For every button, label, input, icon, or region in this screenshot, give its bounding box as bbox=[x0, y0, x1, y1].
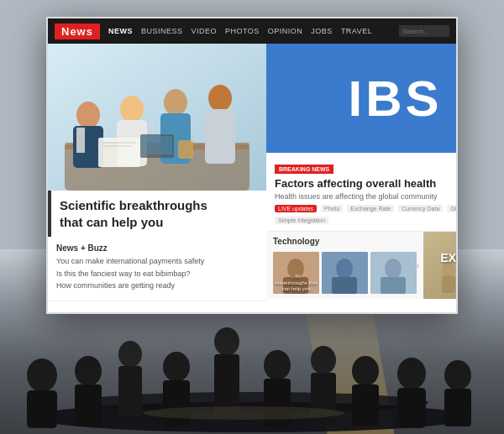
breaking-headline[interactable]: Factors affecting overall health bbox=[275, 177, 458, 190]
svg-rect-37 bbox=[178, 140, 193, 159]
svg-point-15 bbox=[352, 356, 379, 386]
right-panel: IBS BREAKING NEWS Factors affecting over… bbox=[266, 44, 458, 312]
svg-point-1 bbox=[27, 358, 57, 392]
nav-link-opinion[interactable]: Opinion bbox=[268, 27, 303, 35]
svg-point-32 bbox=[208, 85, 232, 112]
svg-rect-20 bbox=[444, 389, 471, 426]
svg-rect-34 bbox=[98, 138, 140, 167]
tech-section: Technology › ...ific breakthroughs tha bbox=[266, 232, 423, 299]
news-item-2[interactable]: Is this the fanciest way to eat bibimbap… bbox=[56, 269, 258, 280]
svg-point-30 bbox=[164, 89, 187, 116]
tech-caption: ...ific breakthroughs that can help you bbox=[273, 274, 319, 292]
svg-point-9 bbox=[214, 327, 239, 356]
news-item-3[interactable]: How communities are getting ready bbox=[56, 281, 258, 291]
exchange-rate-section[interactable]: EXCHANGE RATE bbox=[423, 232, 458, 299]
tag-integration[interactable]: Simple integration bbox=[275, 217, 328, 224]
ibs-text: IBS bbox=[348, 70, 442, 128]
svg-point-7 bbox=[163, 352, 190, 382]
nav-link-jobs[interactable]: Jobs bbox=[311, 27, 333, 35]
news-buzz-title: News + Buzz bbox=[56, 243, 258, 253]
svg-point-44 bbox=[336, 259, 353, 279]
tag-exchange[interactable]: Exchange Rate bbox=[347, 205, 394, 212]
medical-team-image bbox=[48, 44, 266, 191]
svg-point-47 bbox=[385, 259, 402, 279]
svg-point-11 bbox=[264, 350, 291, 380]
svg-rect-8 bbox=[163, 380, 190, 426]
svg-point-25 bbox=[76, 102, 100, 128]
ibs-banner: IBS bbox=[266, 44, 458, 153]
nav-link-photos[interactable]: Photos bbox=[225, 27, 260, 35]
headline-line2: that can help you bbox=[60, 215, 163, 229]
tag-currency[interactable]: Currency Data bbox=[398, 205, 443, 212]
news-item-1[interactable]: You can make international payments safe… bbox=[56, 257, 258, 267]
svg-rect-48 bbox=[381, 277, 406, 294]
tech-image-2[interactable] bbox=[322, 252, 368, 294]
tech-image-1[interactable]: ...ific breakthroughs that can help you bbox=[273, 252, 319, 294]
svg-point-5 bbox=[118, 341, 142, 368]
svg-point-17 bbox=[397, 358, 426, 390]
svg-point-28 bbox=[120, 96, 144, 123]
svg-rect-2 bbox=[27, 390, 57, 428]
svg-point-21 bbox=[143, 406, 344, 420]
tag-photo[interactable]: Photo bbox=[321, 205, 343, 212]
bottom-row: Technology › ...ific breakthroughs tha bbox=[266, 232, 458, 299]
news-buzz-section: News + Buzz You can make international p… bbox=[48, 237, 266, 301]
breaking-badge: BREAKING NEWS bbox=[275, 165, 333, 174]
nav-link-news[interactable]: News bbox=[108, 27, 133, 35]
chevron-icon: › bbox=[417, 261, 419, 270]
monitor-wrapper: News News Business Video Photos Opinion … bbox=[46, 17, 458, 314]
main-content: Scientific breakthroughs that can help y… bbox=[48, 44, 456, 312]
svg-rect-6 bbox=[118, 366, 142, 416]
svg-rect-33 bbox=[205, 109, 235, 164]
svg-rect-16 bbox=[352, 384, 379, 426]
hero-headline-text: Scientific breakthroughs that can help y… bbox=[60, 197, 258, 230]
nav-link-video[interactable]: Video bbox=[191, 27, 217, 35]
nav-link-travel[interactable]: Travel bbox=[341, 27, 372, 35]
svg-rect-39 bbox=[142, 136, 172, 154]
news-logo[interactable]: News bbox=[55, 24, 100, 39]
tag-live[interactable]: LIVE updates bbox=[275, 205, 317, 212]
exchange-rate-label: EXCHANGE RATE bbox=[440, 251, 458, 280]
hero-image bbox=[48, 44, 266, 191]
svg-rect-18 bbox=[397, 388, 426, 428]
svg-point-13 bbox=[311, 346, 336, 374]
breaking-subtext: Health issues are affecting the global c… bbox=[275, 192, 458, 201]
search-input[interactable] bbox=[399, 25, 449, 37]
hero-headline: Scientific breakthroughs that can help y… bbox=[48, 191, 266, 237]
breaking-news-section: BREAKING NEWS Factors affecting overall … bbox=[266, 153, 458, 232]
headline-line1: Scientific breakthroughs bbox=[60, 198, 207, 212]
left-panel: Scientific breakthroughs that can help y… bbox=[48, 44, 266, 312]
tag-global[interactable]: Global sources bbox=[447, 205, 458, 212]
svg-rect-4 bbox=[75, 384, 102, 426]
live-tags: LIVE updates Photo Exchange Rate Currenc… bbox=[275, 205, 458, 224]
tech-image-3[interactable] bbox=[370, 252, 417, 294]
svg-rect-27 bbox=[76, 128, 85, 153]
navigation-bar: News News Business Video Photos Opinion … bbox=[48, 18, 456, 44]
svg-rect-45 bbox=[332, 277, 357, 294]
tech-label[interactable]: Technology bbox=[273, 237, 319, 246]
monitor-screen: News News Business Video Photos Opinion … bbox=[46, 17, 458, 314]
nav-links: News Business Video Photos Opinion Jobs … bbox=[108, 27, 399, 35]
svg-point-19 bbox=[444, 360, 471, 390]
tech-images: ...ific breakthroughs that can help you bbox=[273, 252, 417, 294]
nav-link-business[interactable]: Business bbox=[141, 27, 183, 35]
svg-point-3 bbox=[75, 356, 102, 386]
